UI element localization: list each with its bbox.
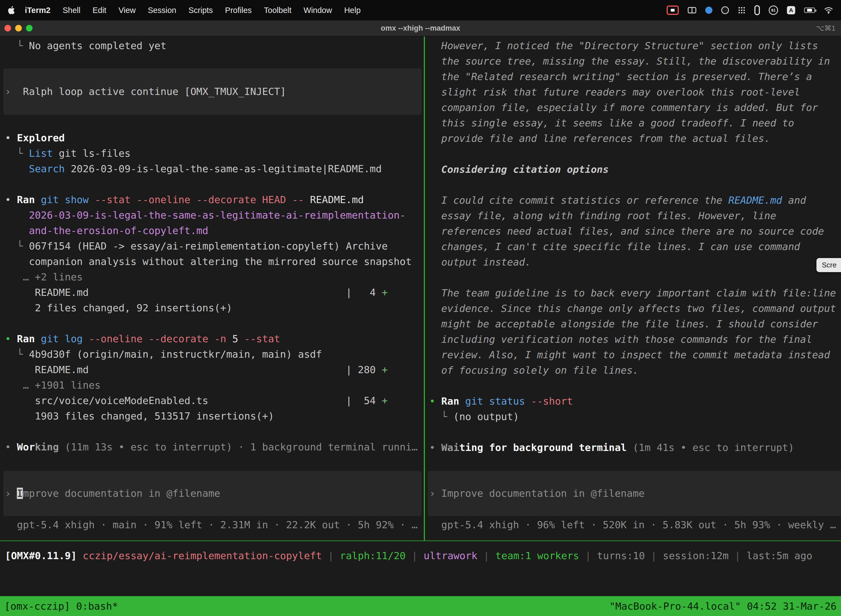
terminal-line: └ 4b9d30f (origin/main, instructkr/main,… <box>0 347 424 362</box>
terminal-line <box>0 424 424 439</box>
zoom-button[interactable] <box>26 25 32 31</box>
terminal-line: However, I noticed the "Directory Struct… <box>425 38 841 54</box>
menu-item-edit[interactable]: Edit <box>86 6 112 15</box>
terminal-line: and-the-erosion-of-copyleft.md <box>0 223 424 238</box>
terminal-line: of focusing solely on file lines. <box>425 363 841 378</box>
screen-share-tooltip[interactable]: Scre <box>816 258 841 272</box>
omx-status-bar: [OMX#0.11.9] cczip/essay/ai-reimplementa… <box>0 548 841 563</box>
terminal-line: └ List git ls-files <box>0 146 424 161</box>
terminal-line: might be acceptable alongside the file l… <box>425 316 841 332</box>
terminal-line: this single essay, it seems like a good … <box>425 115 841 131</box>
terminal-line: • Working (11m 13s • esc to interrupt) ·… <box>0 439 424 455</box>
terminal-line: output instead. <box>425 254 841 270</box>
terminal-line: › Improve documentation in @filename <box>3 486 220 501</box>
terminal-line: slight risk that future readers may over… <box>425 84 841 100</box>
input-source-icon[interactable]: A <box>787 6 795 14</box>
terminal-line <box>425 177 841 193</box>
blue-app-icon[interactable] <box>705 7 712 14</box>
tmux-host-clock: "MacBook-Pro-44.local" 04:52 31-Mar-26 <box>609 601 837 612</box>
menu-item-profiles[interactable]: Profiles <box>219 6 258 15</box>
terminal-line: • Waiting for background terminal (1m 41… <box>425 440 841 455</box>
battery-icon[interactable] <box>804 7 815 13</box>
terminal-line: • Ran git status --short <box>425 393 841 409</box>
window-title: omx --xhigh --madmax <box>0 24 841 32</box>
tmux-status-bar: [omx-cczip] 0:bash* "MacBook-Pro-44.loca… <box>0 596 841 616</box>
terminal-line: Considering citation options <box>425 162 841 177</box>
terminal-line: › Ralph loop active continue [OMX_TMUX_I… <box>3 84 286 99</box>
terminal-line <box>425 378 841 393</box>
prompt-text-right: › Improve documentation in @filename <box>428 486 645 501</box>
terminal-line: provide file and line references from th… <box>425 131 841 146</box>
terminal-line: companion file, especially if more comme… <box>425 100 841 115</box>
battery-nub <box>815 9 816 12</box>
terminal-line <box>425 270 841 285</box>
terminal-line: changes, I can't cite specific file line… <box>425 239 841 254</box>
terminal-line: • Ran git show --stat --oneline --decora… <box>0 192 424 208</box>
prompt-input-right[interactable]: › Improve documentation in @filename <box>428 471 841 516</box>
dark-app-icon[interactable] <box>721 6 729 14</box>
terminal-line: The team guideline is to back every impo… <box>425 285 841 301</box>
window-shortcut-badge: ⌥⌘1 <box>816 24 835 32</box>
terminal-line: Search 2026-03-09-is-legal-the-same-as-l… <box>0 161 424 177</box>
terminal-line: references need actual files, and since … <box>425 224 841 239</box>
menu-item-shell[interactable]: Shell <box>57 6 86 15</box>
menu-item-help[interactable]: Help <box>338 6 367 15</box>
close-button[interactable] <box>4 25 11 31</box>
terminal-line: README.md | 280 + <box>0 362 424 378</box>
terminal-line: 2026-03-09-is-legal-the-same-as-legitima… <box>0 208 424 223</box>
terminal-line: src/voice/voiceModeEnabled.ts | 54 + <box>0 393 424 408</box>
terminal-line: including verification notes with those … <box>425 332 841 347</box>
battery-gauge-icon[interactable]: 61 <box>769 6 778 15</box>
apple-menu-icon[interactable] <box>8 6 15 14</box>
terminal-line: essay file, along with finding root file… <box>425 208 841 224</box>
key-icon[interactable] <box>755 5 760 15</box>
prompt-input-left[interactable]: › Improve documentation in @filename <box>3 471 422 516</box>
terminal-line: gpt-5.4 xhigh · main · 91% left · 2.31M … <box>0 517 424 532</box>
menu-bar-status-icons: 61 A <box>667 5 833 15</box>
traffic-lights <box>0 25 32 31</box>
terminal-line: • Explored <box>0 130 424 146</box>
terminal-output-right: However, I noticed the "Directory Struct… <box>425 38 841 455</box>
terminal-line: the "Related research writing" section i… <box>425 69 841 84</box>
agent-summary-output: └ No agents completed yet <box>0 38 424 54</box>
terminal-line: 1903 files changed, 513517 insertions(+) <box>0 408 424 424</box>
app-grid-icon[interactable] <box>738 6 746 14</box>
terminal-line: └ (no output) <box>425 409 841 424</box>
terminal-line <box>425 146 841 162</box>
screen-recording-indicator[interactable] <box>667 6 679 15</box>
menu-item-scripts[interactable]: Scripts <box>182 6 219 15</box>
ralph-loop-banner: › Ralph loop active continue [OMX_TMUX_I… <box>3 69 422 115</box>
screen: iTerm2 Shell Edit View Session Scripts P… <box>0 0 841 616</box>
menu-item-iterm2[interactable]: iTerm2 <box>19 6 57 15</box>
terminal-line: I could cite commit statistics or refere… <box>425 193 841 208</box>
terminal-line: … +2 lines <box>0 269 424 285</box>
tmux-pane-left[interactable]: └ No agents completed yet › Ralph loop a… <box>0 37 424 540</box>
menu-item-session[interactable]: Session <box>142 6 182 15</box>
terminal-line <box>0 316 424 331</box>
pane-bottom-border <box>0 540 841 541</box>
window-title-bar[interactable]: omx --xhigh --madmax ⌥⌘1 <box>0 21 841 37</box>
prompt-text-left: › Improve documentation in @filename <box>3 486 220 501</box>
menu-item-toolbelt[interactable]: Toolbelt <box>258 6 297 15</box>
menu-item-window[interactable]: Window <box>297 6 338 15</box>
ralph-loop-text: › Ralph loop active continue [OMX_TMUX_I… <box>3 84 286 99</box>
model-status-right: gpt-5.4 xhigh · 96% left · 520K in · 5.8… <box>425 517 841 532</box>
terminal-line: 2 files changed, 92 insertions(+) <box>0 300 424 316</box>
terminal-line: … +1901 lines <box>0 378 424 393</box>
screen-recording-inner <box>671 9 675 12</box>
terminal-line: the source tree, missing the essay. Stil… <box>425 54 841 69</box>
tmux-session-label: [omx-cczip] 0:bash* <box>4 601 118 612</box>
minimize-button[interactable] <box>15 25 22 31</box>
menu-bar: iTerm2 Shell Edit View Session Scripts P… <box>0 0 841 21</box>
model-status-left: gpt-5.4 xhigh · main · 91% left · 2.31M … <box>0 517 424 532</box>
terminal-line: • Ran git log --oneline --decorate -n 5 … <box>0 331 424 347</box>
terminal[interactable]: └ No agents completed yet › Ralph loop a… <box>0 37 841 596</box>
terminal-line: └ No agents completed yet <box>0 38 424 54</box>
battery-fill <box>807 9 812 12</box>
terminal-line: › Improve documentation in @filename <box>428 486 645 501</box>
menu-item-view[interactable]: View <box>112 6 142 15</box>
terminal-line: evidence. Since this change only affects… <box>425 301 841 316</box>
wifi-icon[interactable] <box>824 7 833 14</box>
tmux-pane-right[interactable]: However, I noticed the "Directory Struct… <box>425 37 841 540</box>
window-layout-icon[interactable] <box>687 7 696 13</box>
